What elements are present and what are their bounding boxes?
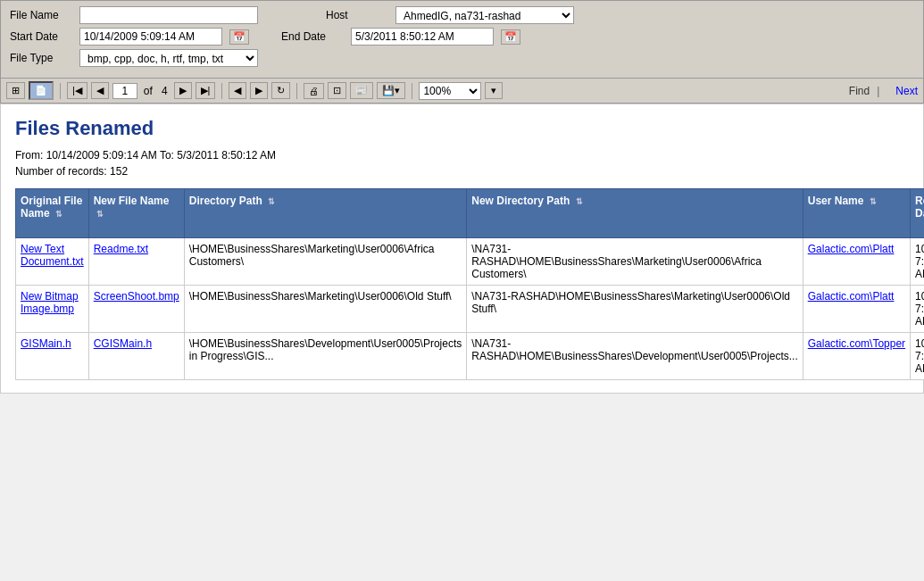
find-label: Find xyxy=(849,85,870,97)
report-content: Files Renamed From: 10/14/2009 5:09:14 A… xyxy=(0,104,924,394)
link-userName[interactable]: Galactic.com\Topper xyxy=(808,337,905,350)
toolbar: ⊞ 📄 |◀ ◀ of 4 ▶ ▶| ◀ ▶ ↻ 🖨 ⊡ 📰 💾▾ 100% ▾… xyxy=(0,79,924,104)
cell-userName[interactable]: Galactic.com\Platt xyxy=(803,286,910,333)
next-label[interactable]: Next xyxy=(895,85,918,97)
start-date-input[interactable] xyxy=(79,28,222,46)
cell-userName[interactable]: Galactic.com\Topper xyxy=(803,333,910,380)
cell-originalFileName[interactable]: New Text Document.txt xyxy=(16,238,89,286)
col-user-name[interactable]: User Name ⇅ xyxy=(803,189,910,238)
of-text: of xyxy=(144,85,153,97)
cell-newDirectoryPath: \NA731-RASHAD\HOME\BusinessShares\Market… xyxy=(467,286,803,333)
link-newFileName[interactable]: ScreenShoot.bmp xyxy=(94,290,179,303)
sort-arrows-3: ⇅ xyxy=(268,197,275,206)
host-select[interactable]: AhmedIG, na731-rashad xyxy=(395,6,574,24)
cell-directoryPath: \HOME\BusinessShares\Marketing\User0006\… xyxy=(184,286,466,333)
start-date-calendar-button[interactable]: 📅 xyxy=(229,29,249,45)
cell-directoryPath: \HOME\BusinessShares\Marketing\User0006\… xyxy=(184,238,466,286)
layout-button[interactable]: ⊡ xyxy=(328,82,346,99)
link-userName[interactable]: Galactic.com\Platt xyxy=(808,290,895,303)
col-rename-date[interactable]: Rename Date ⇅ xyxy=(911,189,924,238)
table-row: GISMain.hCGISMain.h\HOME\BusinessShares\… xyxy=(16,333,925,380)
cell-originalFileName[interactable]: New Bitmap Image.bmp xyxy=(16,286,89,333)
page-input[interactable] xyxy=(112,83,137,99)
col-new-directory-path[interactable]: New Directory Path ⇅ xyxy=(467,189,803,238)
toolbar-separator-2 xyxy=(221,83,222,99)
sort-arrows-2: ⇅ xyxy=(96,210,104,219)
report-dates: From: 10/14/2009 5:09:14 AM To: 5/3/2011… xyxy=(15,149,909,162)
end-date-calendar-button[interactable]: 📅 xyxy=(501,29,520,45)
cell-newDirectoryPath: \NA731-RASHAD\HOME\BusinessShares\Develo… xyxy=(467,333,803,380)
col-new-file-name[interactable]: New File Name ⇅ xyxy=(88,189,184,238)
forward-button[interactable]: ▶ xyxy=(250,82,268,99)
col-original-file-name[interactable]: Original File Name ⇅ xyxy=(16,189,89,238)
file-type-label: File Type xyxy=(10,52,72,64)
link-userName[interactable]: Galactic.com\Platt xyxy=(808,243,895,255)
col-directory-path[interactable]: Directory Path ⇅ xyxy=(184,189,466,238)
find-separator: | xyxy=(877,85,879,97)
link-newFileName[interactable]: Readme.txt xyxy=(94,243,148,255)
sort-arrows-4: ⇅ xyxy=(576,197,583,206)
cell-newFileName[interactable]: ScreenShoot.bmp xyxy=(88,286,184,333)
end-date-input[interactable] xyxy=(351,28,494,46)
zoom-dropdown-button[interactable]: ▾ xyxy=(485,82,503,99)
cell-newDirectoryPath: \NA731-RASHAD\HOME\BusinessShares\Market… xyxy=(467,238,803,286)
link-originalFileName[interactable]: New Bitmap Image.bmp xyxy=(21,290,79,315)
link-originalFileName[interactable]: GISMain.h xyxy=(21,337,71,350)
report-count: Number of records: 152 xyxy=(15,165,909,178)
start-date-label: Start Date xyxy=(10,30,72,43)
total-pages: 4 xyxy=(162,85,168,97)
prev-page-button[interactable]: ◀ xyxy=(91,82,109,99)
cell-originalFileName[interactable]: GISMain.h xyxy=(16,333,89,380)
cell-renameDate: 10/14/2009 7:56:20 AM xyxy=(911,286,924,333)
report-title: Files Renamed xyxy=(15,117,909,140)
file-name-input[interactable] xyxy=(79,6,258,24)
file-name-label: File Name xyxy=(10,9,72,21)
zoom-select[interactable]: 100% xyxy=(419,82,481,100)
last-page-button[interactable]: ▶| xyxy=(196,82,216,99)
page-setup-button[interactable]: 📰 xyxy=(350,82,373,99)
cell-renameDate: 10/14/2009 7:59:00 AM xyxy=(911,238,924,286)
file-type-select[interactable]: bmp, cpp, doc, h, rtf, tmp, txt xyxy=(79,49,258,67)
cell-userName[interactable]: Galactic.com\Platt xyxy=(803,238,910,286)
grid-view-button[interactable]: ⊞ xyxy=(6,82,25,99)
toolbar-separator-4 xyxy=(412,83,412,99)
results-table: Original File Name ⇅ New File Name ⇅ Dir… xyxy=(15,188,924,380)
sort-arrows-5: ⇅ xyxy=(870,197,877,206)
first-page-button[interactable]: |◀ xyxy=(67,82,87,99)
sort-arrows-1: ⇅ xyxy=(55,210,62,219)
link-newFileName[interactable]: CGISMain.h xyxy=(94,337,152,350)
link-originalFileName[interactable]: New Text Document.txt xyxy=(21,243,84,268)
cell-directoryPath: \HOME\BusinessShares\Development\User000… xyxy=(184,333,466,380)
cell-newFileName[interactable]: Readme.txt xyxy=(88,238,184,286)
report-view-button[interactable]: 📄 xyxy=(29,81,54,100)
next-page-button[interactable]: ▶ xyxy=(174,82,192,99)
cell-renameDate: 10/14/2009 7:50:07 AM xyxy=(911,333,924,380)
print-button[interactable]: 🖨 xyxy=(304,83,324,99)
end-date-label: End Date xyxy=(281,30,344,43)
refresh-button[interactable]: ↻ xyxy=(271,82,290,99)
filter-panel: File Name Host AhmedIG, na731-rashad Sta… xyxy=(0,0,924,79)
table-row: New Bitmap Image.bmpScreenShoot.bmp\HOME… xyxy=(16,286,925,333)
toolbar-separator-3 xyxy=(296,83,297,99)
host-label: Host xyxy=(326,9,388,21)
toolbar-separator-1 xyxy=(60,83,61,99)
table-row: New Text Document.txtReadme.txt\HOME\Bus… xyxy=(16,238,925,286)
cell-newFileName[interactable]: CGISMain.h xyxy=(88,333,184,380)
back-button[interactable]: ◀ xyxy=(229,82,246,99)
save-button[interactable]: 💾▾ xyxy=(377,82,405,99)
